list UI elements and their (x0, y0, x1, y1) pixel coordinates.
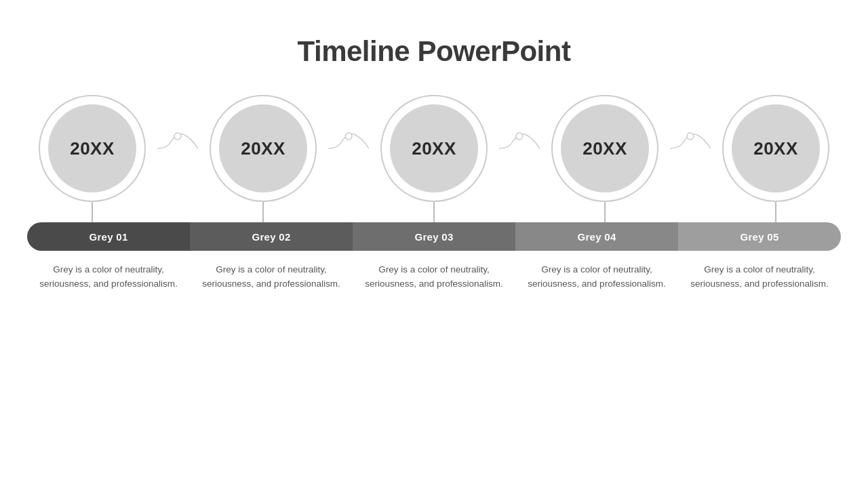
circle-outer-2: 20XX (210, 95, 317, 202)
circle-item-4: 20XX (540, 95, 670, 202)
bar-item-2: Grey 02 (190, 222, 353, 251)
stem-cell-2 (198, 202, 328, 222)
circle-year-4: 20XX (583, 138, 627, 159)
bar-label-2: Grey 02 (252, 231, 290, 243)
circle-inner-3: 20XX (390, 104, 478, 192)
stem-cell-3 (369, 202, 499, 222)
circles-row: 20XX 20XX (27, 95, 841, 202)
stems-row (27, 202, 841, 222)
bar-label-3: Grey 03 (414, 231, 453, 243)
circle-item-3: 20XX (369, 95, 499, 202)
desc-item-2: Grey is a color of neutrality, seriousne… (190, 263, 353, 291)
desc-item-4: Grey is a color of neutrality, seriousne… (515, 263, 678, 291)
circle-inner-1: 20XX (48, 104, 136, 192)
circle-inner-5: 20XX (732, 104, 820, 192)
svg-point-0 (174, 133, 181, 140)
circle-year-5: 20XX (753, 138, 798, 159)
bar-label-4: Grey 04 (577, 231, 616, 243)
svg-point-1 (345, 133, 352, 140)
svg-point-3 (687, 133, 694, 140)
timeline-wrapper: 20XX 20XX (27, 95, 841, 291)
circle-year-1: 20XX (70, 138, 115, 159)
svg-point-2 (516, 133, 523, 140)
connector-3-4 (499, 121, 540, 176)
connector-1-2 (157, 121, 198, 176)
circle-item-1: 20XX (27, 95, 157, 202)
bar-item-5: Grey 05 (678, 222, 841, 251)
circle-outer-3: 20XX (380, 95, 488, 202)
page-title: Timeline PowerPoint (298, 35, 571, 68)
circle-inner-2: 20XX (219, 104, 307, 192)
bar-row: Grey 01 Grey 02 Grey 03 Grey 04 Grey 05 (27, 222, 841, 251)
circle-inner-4: 20XX (561, 104, 649, 192)
stem-cell-5 (711, 202, 841, 222)
circle-year-2: 20XX (241, 138, 285, 159)
connector-2-3 (328, 121, 369, 176)
circle-item-5: 20XX (711, 95, 841, 202)
desc-item-1: Grey is a color of neutrality, seriousne… (27, 263, 190, 291)
bar-label-5: Grey 05 (740, 231, 778, 243)
desc-item-5: Grey is a color of neutrality, seriousne… (678, 263, 841, 291)
bar-label-1: Grey 01 (89, 231, 127, 243)
bar-item-4: Grey 04 (515, 222, 678, 251)
bar-item-3: Grey 03 (353, 222, 515, 251)
stem-cell-4 (540, 202, 670, 222)
circle-outer-1: 20XX (39, 95, 146, 202)
bar-item-1: Grey 01 (27, 222, 190, 251)
circle-year-3: 20XX (412, 138, 456, 159)
stem-cell-1 (27, 202, 157, 222)
desc-row: Grey is a color of neutrality, seriousne… (27, 263, 841, 291)
connector-4-5 (670, 121, 711, 176)
circle-outer-5: 20XX (722, 95, 829, 202)
desc-item-3: Grey is a color of neutrality, seriousne… (353, 263, 515, 291)
circle-outer-4: 20XX (551, 95, 658, 202)
circle-item-2: 20XX (198, 95, 328, 202)
